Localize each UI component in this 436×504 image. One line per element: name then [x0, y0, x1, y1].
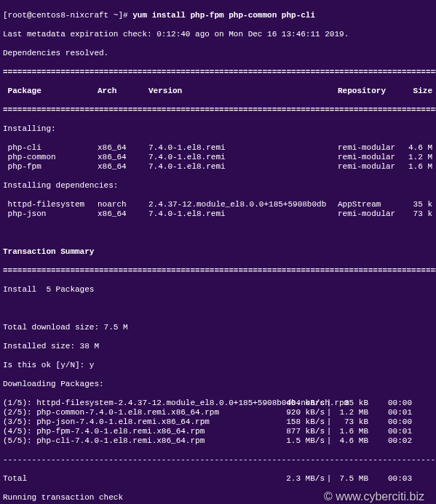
download-row: (4/5): php-fpm-7.4.0-1.el8.remi.x86_64.r… — [3, 427, 433, 436]
installed-size: Installed size: 38 M — [3, 342, 433, 351]
total-download-size: Total download size: 7.5 M — [3, 323, 433, 332]
trans-check-run: Running transaction check — [3, 493, 433, 503]
package-row: php-jsonx86_647.4.0-1.el8.remiremi-modul… — [3, 209, 433, 219]
confirm-line: Is this ok [y/N]: y — [3, 361, 433, 370]
downloading-header: Downloading Packages: — [3, 380, 433, 389]
download-total: Total2.3 MB/s|7.5 MB00:03 — [3, 474, 433, 484]
download-row: (2/5): php-common-7.4.0-1.el8.remi.x86_6… — [3, 408, 433, 417]
package-row: httpd-filesystemnoarch2.4.37-12.module_e… — [3, 200, 433, 209]
deps-resolved: Dependencies resolved. — [3, 49, 433, 58]
separator: ========================================… — [3, 105, 433, 115]
section-installing: Installing: — [3, 124, 433, 134]
meta-line: Last metadata expiration check: 0:12:40 … — [3, 30, 433, 39]
package-row: php-fpmx86_647.4.0-1.el8.remiremi-modula… — [3, 162, 433, 172]
download-row: (1/5): httpd-filesystem-2.4.37-12.module… — [3, 399, 433, 408]
separator: ========================================… — [3, 68, 433, 77]
dash-separator: ----------------------------------------… — [3, 455, 433, 465]
command: yum install php-fpm php-common php-cli — [132, 11, 315, 20]
prompt-line: [root@centos8-nixcraft ~]# yum install p… — [3, 11, 433, 20]
transaction-summary: Transaction Summary — [3, 247, 433, 257]
separator: ========================================… — [3, 266, 433, 276]
package-row: php-clix86_647.4.0-1.el8.remiremi-modula… — [3, 143, 433, 153]
section-deps: Installing dependencies: — [3, 181, 433, 191]
package-row: php-commonx86_647.4.0-1.el8.remiremi-mod… — [3, 153, 433, 162]
install-count: Install 5 Packages — [3, 285, 433, 295]
table-header: PackageArchVersionRepositorySize — [3, 87, 433, 96]
download-row: (5/5): php-cli-7.4.0-1.el8.remi.x86_64.r… — [3, 436, 433, 446]
download-row: (3/5): php-json-7.4.0-1.el8.remi.x86_64.… — [3, 417, 433, 427]
terminal-output[interactable]: [root@centos8-nixcraft ~]# yum install p… — [0, 0, 436, 504]
